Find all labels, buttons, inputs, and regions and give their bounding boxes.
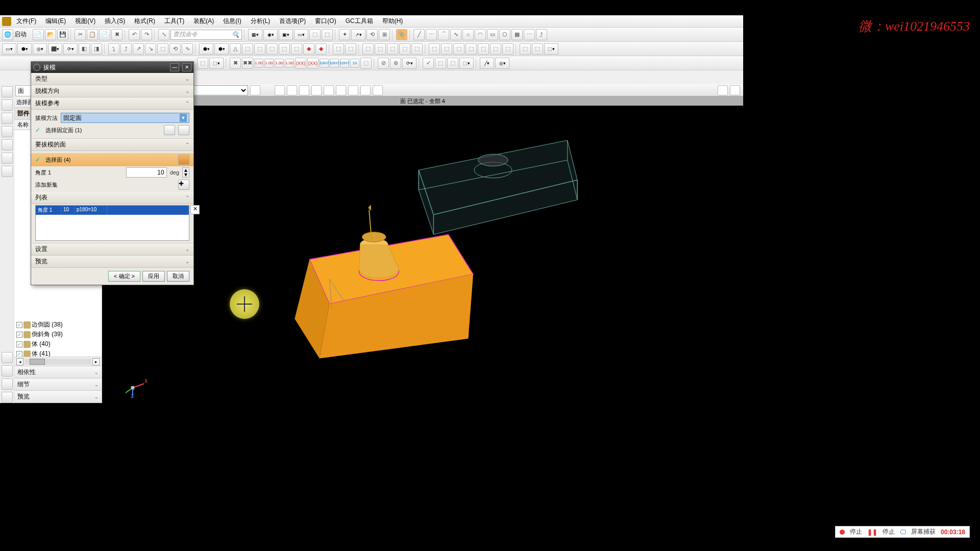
highlight-button[interactable]: 📎	[396, 29, 407, 40]
tb3-dd1[interactable]: ⬚▾	[209, 58, 224, 69]
dash-tool[interactable]: ⋯	[426, 29, 437, 40]
block-dd[interactable]: ▭▾	[2, 43, 16, 55]
tol-10h7-3[interactable]: 10H7	[340, 59, 349, 68]
stop-label-1[interactable]: 停止	[850, 528, 862, 536]
tb2-dd-end[interactable]: ⬚▾	[544, 43, 558, 55]
tb-misc-4[interactable]: ⟲	[366, 29, 378, 40]
spline-tool[interactable]: ∿	[450, 29, 461, 40]
fixed-face-btn-1[interactable]	[164, 125, 175, 135]
nav-icon-11[interactable]	[2, 392, 13, 403]
section-settings[interactable]: 设置⌄	[31, 243, 193, 256]
list-row-1[interactable]: 角度 1 10 p180=10	[36, 206, 189, 215]
tb2-19[interactable]: ⬚	[387, 43, 398, 55]
tb2-17[interactable]: ⬚	[362, 43, 374, 55]
cut-button[interactable]: ✂	[75, 29, 86, 40]
tb2-27[interactable]: ⬚	[490, 43, 501, 55]
section-dlg-preview[interactable]: 预览⌄	[31, 256, 193, 268]
nav-icon-9[interactable]	[2, 365, 13, 377]
tb3-dd3[interactable]: ⬚▾	[459, 58, 474, 69]
tb2-18[interactable]: ⬚	[375, 43, 386, 55]
tol-xx2[interactable]: (XX)	[307, 58, 318, 69]
section-reference[interactable]: 拔模参考⌃	[31, 97, 193, 110]
tb2-13[interactable]: ⬚	[279, 43, 290, 55]
tree-hscroll[interactable]: ◂ ▸	[14, 357, 102, 366]
tol-10[interactable]: 10	[350, 59, 359, 68]
close-button[interactable]: ✕	[182, 63, 191, 71]
boolean-dd[interactable]: ⬢▾	[199, 43, 213, 55]
nav-icon-10[interactable]	[2, 379, 13, 390]
tb2-25[interactable]: ⬚	[465, 43, 477, 55]
menu-insert[interactable]: 插入(S)	[101, 16, 129, 27]
tol-100-2[interactable]: 1.00	[264, 59, 274, 68]
arc2-tool[interactable]: ◠	[475, 29, 486, 40]
tb3-dd5[interactable]: ◎▾	[495, 58, 509, 69]
tb3-dd2[interactable]: ⟳▾	[402, 58, 416, 69]
menu-tools[interactable]: 工具(T)	[160, 16, 188, 27]
nav-icon-2[interactable]	[2, 99, 13, 111]
tb-misc-2[interactable]: ⬚	[322, 29, 333, 40]
axis-triad-icon[interactable]: x z	[122, 372, 148, 398]
snap-btn-6[interactable]	[336, 85, 346, 95]
tb2-5[interactable]: ↗	[133, 43, 144, 55]
menu-info[interactable]: 信息(I)	[219, 16, 245, 27]
tb2-7[interactable]: ⬚	[157, 43, 168, 55]
axis-dropdown[interactable]: ↗▾	[351, 29, 365, 40]
fixed-face-btn-2[interactable]	[178, 125, 189, 135]
nav-icon-3[interactable]	[2, 113, 13, 124]
cancel-button[interactable]: 取消	[167, 271, 189, 282]
save-button[interactable]: 💾	[57, 29, 68, 40]
snap-btn-5[interactable]	[324, 85, 334, 95]
tb2-16[interactable]: ⬚	[345, 43, 356, 55]
menu-gc-toolbox[interactable]: GC工具箱	[341, 16, 377, 27]
tb2-1[interactable]: ◧	[79, 43, 90, 55]
stop-label-2[interactable]: 停止	[883, 528, 895, 536]
section-dependency[interactable]: 相依性⌄	[14, 366, 102, 379]
tree-node-body40[interactable]: ✓体 (40)	[14, 339, 102, 349]
list-header[interactable]: 列表⌃	[31, 192, 193, 204]
start-button[interactable]: 🌐	[2, 29, 13, 40]
snap-btn-7[interactable]	[348, 85, 358, 95]
tb3-x[interactable]: ✖	[230, 58, 241, 69]
nav-icon-1[interactable]	[2, 86, 13, 97]
solid-dd[interactable]: ⬢▾	[17, 43, 32, 55]
tb3-11[interactable]: ⬚	[447, 58, 458, 69]
tb3-6[interactable]: ⬚	[360, 58, 372, 69]
pause-icon[interactable]: ❚❚	[867, 529, 877, 536]
more-tool-2[interactable]: ⤴	[536, 29, 547, 40]
tb3-8[interactable]: ⊚	[390, 58, 401, 69]
rect-dropdown[interactable]: ▭▾	[294, 29, 308, 40]
tb2-26[interactable]: ⬚	[478, 43, 489, 55]
rect-tool[interactable]: ▭	[487, 29, 498, 40]
circle-tool[interactable]: ○	[462, 29, 474, 40]
select-faces-btn[interactable]	[178, 155, 189, 165]
tol-100-3[interactable]: 1.00	[275, 59, 284, 68]
angle-input[interactable]	[126, 167, 167, 178]
tb2-12[interactable]: ⬚	[266, 43, 278, 55]
minimize-button[interactable]: —	[170, 63, 179, 71]
tb2-8[interactable]: ⟲	[169, 43, 181, 55]
tb2-9[interactable]: ∿	[182, 43, 193, 55]
tb-misc-1[interactable]: ⬚	[309, 29, 321, 40]
method-combo[interactable]: 固定面▼	[61, 113, 189, 123]
tb2-2[interactable]: ◨	[91, 43, 102, 55]
tb2-6[interactable]: ↘	[145, 43, 156, 55]
scroll-left-icon[interactable]: ◂	[16, 358, 23, 365]
poly-tool[interactable]: ⬡	[499, 29, 510, 40]
section-draft-faces[interactable]: 要拔模的面⌃	[31, 139, 193, 151]
tree-node-chamfer[interactable]: ✓倒斜角 (39)	[14, 330, 102, 339]
shade-dropdown[interactable]: ◉▾	[263, 29, 278, 40]
tb2-24[interactable]: ⬚	[453, 43, 464, 55]
arc-tool[interactable]: ⌒	[438, 29, 449, 40]
tree-node-roundedge[interactable]: ✓边倒圆 (38)	[14, 320, 102, 330]
menu-assembly[interactable]: 装配(A)	[189, 16, 218, 27]
menu-window[interactable]: 窗口(O)	[311, 16, 340, 27]
tb2-3[interactable]: ⤵	[108, 43, 119, 55]
apply-button[interactable]: 应用	[142, 271, 165, 282]
section-type[interactable]: 类型⌄	[31, 73, 193, 85]
section-direction[interactable]: 脱模方向⌄	[31, 85, 193, 97]
angle-list[interactable]: 角度 1 10 p180=10	[35, 205, 189, 241]
nav-icon-8[interactable]	[2, 352, 13, 363]
tb2-red1[interactable]: ◆	[303, 43, 314, 55]
tb2-28[interactable]: ⬚	[502, 43, 513, 55]
tb3-9[interactable]: ✓	[423, 58, 434, 69]
